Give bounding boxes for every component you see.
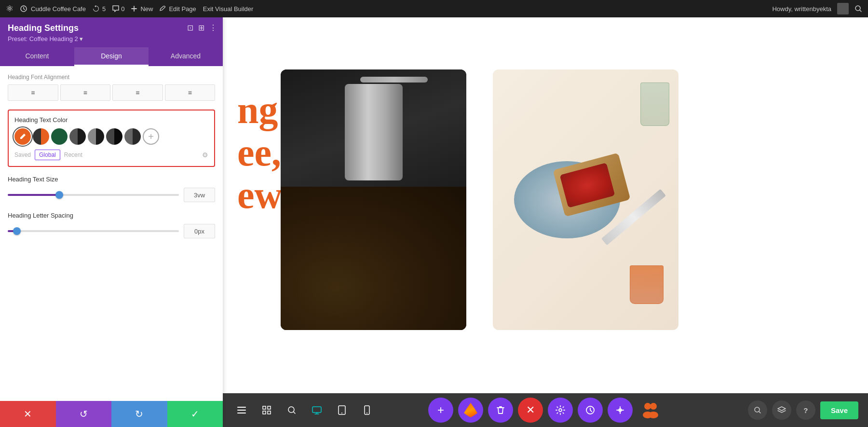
panel-header-icons: ⊡ ⊞ ⋮ — [187, 23, 217, 32]
fullscreen-icon[interactable]: ⊡ — [187, 23, 193, 32]
svg-point-20 — [650, 403, 657, 410]
swatch-6[interactable] — [124, 128, 141, 145]
svg-rect-4 — [237, 413, 246, 413]
letter-spacing-section: Heading Letter Spacing 0px — [8, 212, 215, 238]
color-section: Heading Text Color — [8, 110, 215, 167]
alignment-buttons: ≡ ≡ ≡ ≡ — [8, 84, 215, 101]
color-swatches: + — [14, 128, 208, 145]
svg-rect-2 — [237, 407, 246, 408]
panel-title: Heading Settings — [8, 23, 215, 33]
toolbar-right: ? Save — [748, 400, 858, 420]
letter-spacing-label: Heading Letter Spacing — [8, 212, 215, 219]
svg-point-18 — [644, 403, 651, 410]
swatch-3[interactable] — [69, 128, 86, 145]
responsive-button[interactable] — [608, 398, 633, 423]
align-justify-button[interactable]: ≡ — [165, 84, 216, 101]
confirm-button[interactable]: ✓ — [167, 401, 223, 427]
more-options-icon[interactable]: ⋮ — [209, 23, 217, 32]
coffee-grinder-image — [281, 69, 466, 330]
panel-preset[interactable]: Preset: Coffee Heading 2 ▾ — [8, 35, 215, 42]
letter-spacing-slider-row: 0px — [8, 224, 215, 238]
align-right-button[interactable]: ≡ — [112, 84, 163, 101]
text-size-value[interactable]: 3vw — [184, 188, 215, 202]
topbar: ⚛ Cuddle Coffee Cafe 5 0 New Edit Page E… — [0, 0, 868, 17]
swatch-2[interactable] — [51, 128, 68, 145]
swatch-5[interactable] — [106, 128, 122, 145]
undo-button[interactable]: ↺ — [56, 401, 112, 427]
alignment-section-label: Heading Font Alignment — [8, 74, 215, 81]
canvas-area: ng ee, ew. — [223, 17, 868, 427]
mobile-icon[interactable] — [358, 401, 376, 419]
hamburger-icon[interactable] — [232, 401, 251, 419]
search-pages-icon[interactable] — [748, 400, 767, 420]
help-icon[interactable]: ? — [796, 400, 815, 420]
panel-header: Heading Settings Preset: Coffee Heading … — [0, 17, 223, 47]
toast-jam-image — [493, 69, 678, 330]
add-color-button[interactable]: + — [143, 128, 159, 145]
svg-point-21 — [649, 412, 658, 418]
text-size-slider-row: 3vw — [8, 188, 215, 202]
tablet-icon[interactable] — [333, 401, 351, 419]
search-icon[interactable] — [854, 5, 862, 13]
wp-logo-icon[interactable]: ⚛ — [6, 3, 14, 14]
text-size-label: Heading Text Size — [8, 176, 215, 183]
svg-rect-3 — [237, 410, 246, 411]
save-button[interactable]: Save — [820, 401, 858, 419]
swatch-1[interactable] — [33, 128, 49, 145]
redo-button[interactable]: ↻ — [111, 401, 167, 427]
color-settings-icon[interactable]: ⚙ — [202, 151, 208, 159]
layers-icon[interactable] — [772, 400, 791, 420]
color-tab-saved[interactable]: Saved — [14, 150, 31, 160]
pencil-icon — [19, 133, 27, 140]
new-button[interactable]: New — [131, 5, 153, 13]
svg-rect-8 — [268, 411, 271, 414]
portability-button[interactable] — [637, 398, 663, 423]
bottom-toolbar: + ✕ — [223, 393, 868, 427]
swatch-pencil[interactable] — [14, 128, 31, 145]
close-button[interactable]: ✕ — [518, 398, 543, 423]
search-tool-icon[interactable] — [283, 401, 301, 419]
exit-builder-button[interactable]: Exit Visual Builder — [203, 5, 254, 13]
tab-content[interactable]: Content — [0, 47, 74, 66]
svg-point-9 — [288, 407, 294, 413]
text-size-slider[interactable] — [8, 194, 179, 196]
panel-tabs: Content Design Advanced — [0, 47, 223, 66]
monitor-icon[interactable] — [308, 401, 326, 419]
delete-row-button[interactable] — [488, 398, 513, 423]
swatch-4[interactable] — [88, 128, 104, 145]
svg-point-15 — [559, 409, 562, 412]
tab-advanced[interactable]: Advanced — [149, 47, 223, 66]
add-module-button[interactable]: + — [428, 398, 453, 423]
panel-footer: ✕ ↺ ↻ ✓ — [0, 401, 223, 427]
split-icon[interactable]: ⊞ — [198, 23, 204, 32]
revision-count[interactable]: 5 — [93, 5, 106, 13]
divi-flame-button[interactable] — [458, 398, 483, 423]
cancel-button[interactable]: ✕ — [0, 401, 56, 427]
align-center-button[interactable]: ≡ — [60, 84, 111, 101]
letter-spacing-value[interactable]: 0px — [184, 224, 215, 238]
svg-rect-6 — [268, 406, 271, 409]
grid-icon[interactable] — [258, 401, 276, 419]
color-section-title: Heading Text Color — [14, 116, 208, 124]
settings-button[interactable] — [548, 398, 573, 423]
user-greeting: Howdy, writtenbyekta — [772, 5, 831, 13]
text-size-section: Heading Text Size 3vw — [8, 176, 215, 202]
svg-point-12 — [341, 413, 342, 413]
settings-panel: Heading Settings Preset: Coffee Heading … — [0, 17, 223, 427]
svg-point-14 — [366, 413, 367, 413]
color-tab-global[interactable]: Global — [35, 150, 60, 160]
svg-rect-5 — [263, 406, 266, 409]
svg-rect-10 — [312, 407, 321, 413]
comment-count[interactable]: 0 — [112, 5, 124, 13]
site-name[interactable]: Cuddle Coffee Cafe — [20, 5, 86, 13]
align-left-button[interactable]: ≡ — [8, 84, 58, 101]
svg-rect-7 — [263, 411, 266, 414]
color-tab-recent[interactable]: Recent — [64, 150, 82, 160]
letter-spacing-slider[interactable] — [8, 230, 179, 232]
toolbar-center: + ✕ — [428, 398, 663, 423]
color-tabs: Saved Global Recent ⚙ — [14, 150, 208, 160]
tab-design[interactable]: Design — [74, 47, 149, 66]
panel-body: Heading Font Alignment ≡ ≡ ≡ ≡ Heading T… — [0, 66, 223, 401]
history-button[interactable] — [578, 398, 603, 423]
edit-page-button[interactable]: Edit Page — [160, 5, 196, 13]
